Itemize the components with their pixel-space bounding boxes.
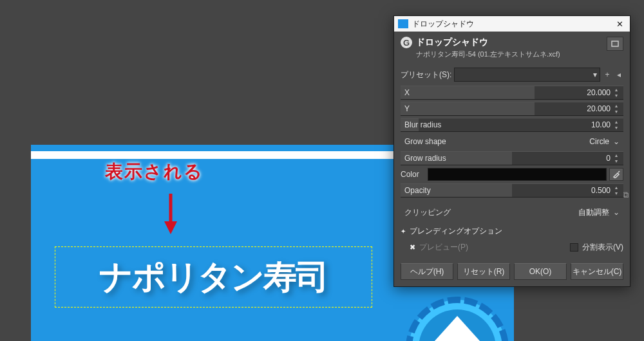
split-label: 分割表示(V): [582, 242, 623, 253]
text-layer-selection[interactable]: ナポリタン寿司: [55, 246, 372, 308]
opacity-spinner[interactable]: ▴▾: [613, 185, 620, 196]
opacity-slider[interactable]: Opacity 0.500 ▴▾: [401, 183, 623, 198]
reset-button[interactable]: リセット(R): [457, 263, 510, 280]
chevron-down-icon: ⌄: [613, 208, 620, 217]
preset-menu-button[interactable]: ◂: [614, 70, 623, 79]
help-button[interactable]: ヘルプ(H): [401, 263, 453, 280]
grow-radius-spinner[interactable]: ▴▾: [613, 153, 620, 164]
cancel-button[interactable]: キャンセル(C): [571, 263, 623, 280]
dialog-header: G ドロップシャドウ ナポリタン寿司-54 (01.左テキストサムネ.xcf): [394, 32, 630, 64]
annotation-arrow-icon: [163, 190, 178, 235]
app-icon: [398, 19, 408, 28]
x-spinner[interactable]: ▴▾: [613, 88, 620, 98]
color-row: Color: [401, 167, 623, 181]
y-spinner[interactable]: ▴▾: [613, 104, 620, 115]
drop-shadow-dialog: ドロップシャドウ ✕ G ドロップシャドウ ナポリタン寿司-54 (01.左テキ…: [393, 15, 630, 287]
color-swatch[interactable]: [428, 168, 607, 181]
blur-spinner[interactable]: ▴▾: [613, 120, 620, 131]
svg-marker-3: [164, 221, 177, 234]
x-slider[interactable]: X 20.000 ▴▾: [401, 86, 623, 100]
button-row: ヘルプ(H) リセット(R) OK(O) キャンセル(C): [394, 259, 630, 286]
blending-expand[interactable]: ✦ ブレンディングオプション: [394, 222, 630, 241]
text-layer-content: ナポリタン寿司: [99, 255, 328, 300]
grow-radius-slider[interactable]: Grow radius 0 ▴▾: [401, 151, 623, 165]
filter-subtitle: ナポリタン寿司-54 (01.左テキストサムネ.xcf): [416, 50, 607, 59]
svg-rect-4: [612, 41, 618, 46]
close-icon[interactable]: ✕: [614, 18, 626, 30]
chevron-down-icon: ⌄: [613, 137, 620, 146]
preset-label: プリセット(S):: [401, 69, 451, 80]
link-xy-icon[interactable]: ⧉: [623, 190, 629, 200]
gimp-icon: G: [401, 37, 412, 48]
annotation-label: 表示される: [105, 160, 204, 184]
color-picker-button[interactable]: [609, 168, 623, 181]
preset-dropdown[interactable]: ▾: [454, 68, 600, 82]
expand-plus-icon: ✦: [401, 228, 406, 235]
ok-button[interactable]: OK(O): [514, 263, 567, 280]
logo-globe: [402, 293, 512, 341]
preview-label: プレビュー(P): [419, 242, 468, 253]
preset-row: プリセット(S): ▾ + ◂: [394, 68, 630, 82]
window-title: ドロップシャドウ: [412, 19, 614, 30]
split-checkbox[interactable]: [570, 243, 578, 252]
grow-shape-dropdown[interactable]: Grow shape Circle ⌄: [401, 134, 623, 149]
filter-title: ドロップシャドウ: [416, 37, 607, 48]
reload-button[interactable]: [607, 37, 623, 51]
blur-slider[interactable]: Blur radius 10.00 ▴▾: [401, 118, 623, 132]
clipping-dropdown[interactable]: クリッピング 自動調整 ⌄: [401, 205, 623, 220]
preview-checkbox[interactable]: ✖: [410, 243, 415, 252]
y-slider[interactable]: Y 20.000 ▴▾: [401, 102, 623, 116]
preset-add-button[interactable]: +: [603, 70, 612, 79]
chevron-down-icon: ▾: [593, 70, 597, 79]
dialog-titlebar[interactable]: ドロップシャドウ ✕: [394, 16, 630, 32]
